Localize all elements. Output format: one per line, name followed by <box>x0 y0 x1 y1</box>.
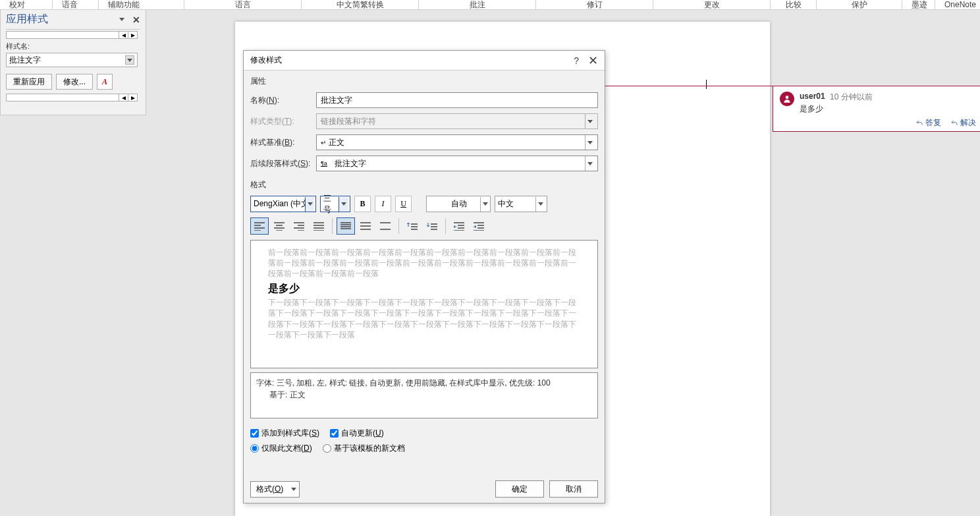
format-menu-button[interactable]: 格式(O) <box>250 481 300 498</box>
align-right-icon[interactable] <box>290 217 308 235</box>
ribbon-item[interactable]: 保护 <box>817 0 902 9</box>
font-select[interactable]: DengXian (中文 <box>250 196 316 212</box>
preview-sample: 是多少 <box>268 279 580 298</box>
reapply-button[interactable]: 重新应用 <box>6 74 52 90</box>
close-icon[interactable]: ✕ <box>588 53 598 68</box>
reply-button[interactable]: 答复 <box>915 117 941 129</box>
resolve-button[interactable]: 解决 <box>950 117 976 129</box>
ribbon-item[interactable]: 语言 <box>184 0 302 9</box>
ribbon-item[interactable]: 更改 <box>653 0 771 9</box>
bold-button[interactable]: B <box>354 196 371 212</box>
description-box: 字体: 三号, 加粗, 左, 样式: 链接, 自动更新, 使用前隐藏, 在样式库… <box>250 372 598 418</box>
comment-connector <box>709 86 773 86</box>
color-select[interactable]: 自动 <box>426 196 491 212</box>
scroll-left[interactable]: ◂ <box>119 94 128 101</box>
align-justify-icon[interactable] <box>310 217 328 235</box>
ribbon-item[interactable]: 批注 <box>419 0 536 9</box>
preview-after: 下一段落下一段落下一段落下一段落下一段落下一段落下一段落下一段落下一段落下一段落… <box>268 297 580 340</box>
scroll-right[interactable]: ▸ <box>128 32 137 38</box>
dropdown-icon[interactable] <box>585 135 595 150</box>
auto-update-checkbox[interactable]: 自动更新(U) <box>330 428 384 439</box>
ribbon-item[interactable]: 比较 <box>771 0 817 9</box>
ok-button[interactable]: 确定 <box>495 480 544 498</box>
preview-box: 前一段落前一段落前一段落前一段落前一段落前一段落前一段落前一段落前一段落前一段落… <box>250 240 598 368</box>
base-select[interactable]: ↵正文 <box>316 134 598 150</box>
cancel-button[interactable]: 取消 <box>549 480 598 498</box>
dropdown-icon[interactable] <box>585 156 595 171</box>
lang-select[interactable]: 中文 <box>495 196 547 212</box>
panel-close-icon[interactable]: ✕ <box>132 14 140 25</box>
panel-menu-icon[interactable] <box>119 18 124 21</box>
ribbon: 校对 语音 辅助功能 语言 中文简繁转换 批注 修订 更改 比较 保护 墨迹 O… <box>0 0 980 10</box>
indent-inc-icon[interactable] <box>470 217 488 235</box>
space-before-inc-icon[interactable] <box>403 217 422 235</box>
align-center-icon[interactable] <box>270 217 288 235</box>
preview-before: 前一段落前一段落前一段落前一段落前一段落前一段落前一段落前一段落前一段落前一段落… <box>268 247 580 279</box>
section-properties: 属性 <box>244 71 605 90</box>
help-icon[interactable]: ? <box>564 55 588 66</box>
align-left-icon[interactable] <box>250 217 269 235</box>
svg-point-0 <box>786 96 789 99</box>
comment-text: 是多少 <box>800 103 823 115</box>
ribbon-item[interactable]: 语音 <box>53 0 99 9</box>
ribbon-item[interactable]: 中文简繁转换 <box>302 0 419 9</box>
italic-button[interactable]: I <box>375 196 391 212</box>
template-docs-radio[interactable]: 基于该模板的新文档 <box>323 443 405 454</box>
comment-user: user01 <box>800 92 825 101</box>
avatar-icon <box>780 92 794 106</box>
scroll-left[interactable]: ◂ <box>119 32 128 38</box>
ribbon-item[interactable]: 修订 <box>536 0 653 9</box>
ribbon-item[interactable]: OneNote <box>935 0 980 9</box>
dialog-titlebar[interactable]: 修改样式 ? ✕ <box>244 51 605 71</box>
name-input[interactable] <box>316 92 598 108</box>
add-to-gallery-checkbox[interactable]: 添加到样式库(S) <box>250 428 319 439</box>
modify-style-dialog: 修改样式 ? ✕ 属性 名称(N): 样式类型(T): 链接段落和字符 样式基准… <box>243 50 605 503</box>
panel-title: 应用样式 <box>6 13 48 26</box>
only-this-doc-radio[interactable]: 仅限此文档(D) <box>250 443 312 454</box>
spacing-15-icon[interactable] <box>356 217 375 235</box>
base-label: 样式基准(B): <box>250 137 316 148</box>
size-select[interactable]: 三号 <box>320 196 350 212</box>
comment-connector <box>605 86 710 86</box>
type-label: 样式类型(T): <box>250 116 316 127</box>
comment-time: 10 分钟以前 <box>830 92 873 103</box>
comment-card[interactable]: user01 10 分钟以前 是多少 答复 解决 <box>773 86 980 132</box>
dropdown-icon[interactable] <box>125 55 134 65</box>
style-name-select[interactable]: 批注文字 <box>6 53 138 67</box>
type-select: 链接段落和字符 <box>316 113 598 129</box>
style-name-label: 样式名: <box>6 39 140 53</box>
section-format: 格式 <box>244 174 605 193</box>
space-before-dec-icon[interactable] <box>423 217 441 235</box>
spacing-1-icon[interactable] <box>337 217 355 235</box>
ribbon-item[interactable]: 辅助功能 <box>99 0 184 9</box>
ribbon-item[interactable]: 校对 <box>0 0 53 9</box>
dialog-title: 修改样式 <box>250 55 564 66</box>
scroll-right[interactable]: ▸ <box>128 94 137 101</box>
autocomplete-icon[interactable]: A <box>97 74 113 90</box>
style-name-value: 批注文字 <box>9 55 41 66</box>
indent-dec-icon[interactable] <box>450 217 468 235</box>
next-select[interactable]: ¶a 批注文字 <box>316 156 598 171</box>
apply-styles-panel: 应用样式 ✕ ◂▸ 样式名: 批注文字 重新应用 修改... A ◂▸ <box>0 10 146 115</box>
underline-button[interactable]: U <box>395 196 412 212</box>
spacing-2-icon[interactable] <box>376 217 395 235</box>
next-label: 后续段落样式(S): <box>250 158 316 169</box>
text-cursor <box>706 80 707 89</box>
name-label: 名称(N): <box>250 95 316 106</box>
modify-button[interactable]: 修改... <box>56 74 93 90</box>
ribbon-item[interactable]: 墨迹 <box>902 0 935 9</box>
